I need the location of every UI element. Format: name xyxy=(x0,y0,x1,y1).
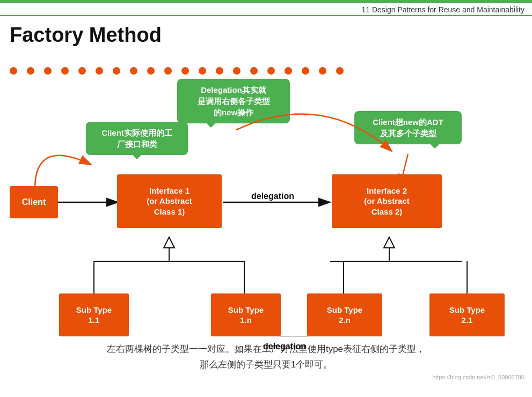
callout-center-text: Delegation其实就是调用右侧各子类型的new操作 xyxy=(198,85,270,117)
dot-18 xyxy=(302,67,309,75)
subtype2n-box: Sub Type2.n xyxy=(307,293,382,336)
diagram-area: Delegation其实就是调用右侧各子类型的new操作 Client实际使用的… xyxy=(0,47,532,336)
watermark: https://blog.csdn.net/m0_50906780 xyxy=(0,374,532,380)
dot-14 xyxy=(233,67,241,75)
dot-6 xyxy=(96,67,103,75)
dots-row xyxy=(10,67,344,75)
interface2-box: Interface 2(or AbstractClass 2) xyxy=(332,174,442,228)
dot-13 xyxy=(216,67,223,75)
dot-9 xyxy=(147,67,155,75)
dot-1 xyxy=(10,67,17,75)
dot-11 xyxy=(181,67,189,75)
subtype1n-box: Sub Type1.n xyxy=(211,293,281,336)
callout-left-text: Client实际使用的工厂接口和类 xyxy=(101,128,172,149)
interface1-box: Interface 1(or AbstractClass 1) xyxy=(117,174,222,228)
svg-marker-9 xyxy=(164,237,174,248)
header-text: 11 Design Patterns for Reuse and Maintai… xyxy=(361,5,524,14)
delegation-label-top: delegation xyxy=(251,192,294,201)
svg-marker-14 xyxy=(384,237,395,248)
dot-12 xyxy=(199,67,206,75)
subtype11-box: Sub Type1.1 xyxy=(59,293,129,336)
dot-17 xyxy=(285,67,292,75)
client-box: Client xyxy=(10,186,58,218)
callout-center: Delegation其实就是调用右侧各子类型的new操作 xyxy=(177,79,290,123)
dot-7 xyxy=(113,67,120,75)
subtype21-box: Sub Type2.1 xyxy=(429,293,505,336)
dot-4 xyxy=(61,67,69,75)
callout-left: Client实际使用的工厂接口和类 xyxy=(86,122,188,155)
dot-8 xyxy=(130,67,137,75)
dot-19 xyxy=(319,67,326,75)
dot-20 xyxy=(336,67,344,75)
page-title: Factory Method xyxy=(0,16,532,47)
dot-15 xyxy=(250,67,258,75)
header-title: 11 Design Patterns for Reuse and Maintai… xyxy=(0,3,532,16)
dot-10 xyxy=(164,67,172,75)
dot-2 xyxy=(27,67,34,75)
delegation-label-bottom: delegation xyxy=(263,342,306,351)
dot-3 xyxy=(44,67,52,75)
dot-5 xyxy=(78,67,86,75)
footer-line2: 那么左侧的子类型只要1个即可。 xyxy=(0,357,532,373)
callout-right: Client想new的ADT及其多个子类型 xyxy=(354,111,462,144)
dot-16 xyxy=(267,67,275,75)
callout-right-text: Client想new的ADT及其多个子类型 xyxy=(373,117,443,138)
